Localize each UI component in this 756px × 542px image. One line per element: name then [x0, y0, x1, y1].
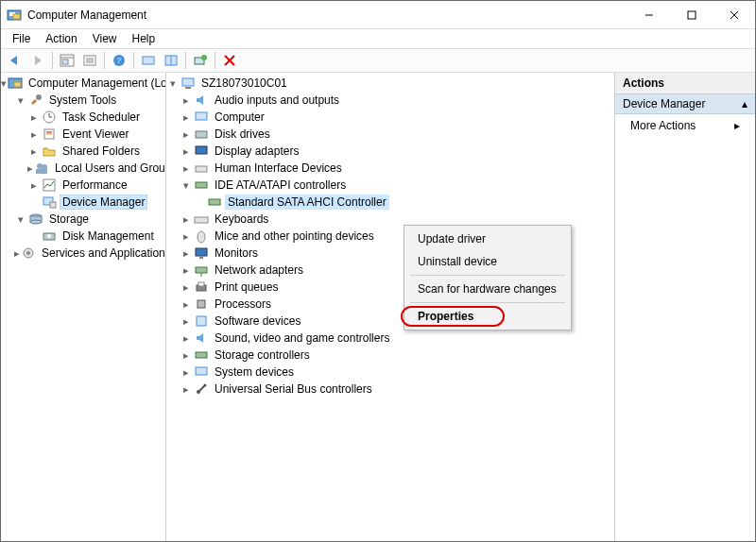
actions-more[interactable]: More Actions ▸	[615, 114, 755, 137]
svg-text:?: ?	[117, 56, 121, 65]
menu-help[interactable]: Help	[125, 30, 163, 47]
device-category-storage-controllers[interactable]: ▸Storage controllers	[166, 347, 614, 364]
expander-icon[interactable]: ▸	[27, 161, 33, 175]
context-menu: Update driver Uninstall device Scan for …	[404, 225, 572, 330]
disk-icon	[42, 229, 57, 244]
expander-icon[interactable]: ▾	[166, 76, 180, 90]
expander-icon[interactable]: ▸	[27, 127, 41, 141]
device-category-hid[interactable]: ▸Human Interface Devices	[166, 160, 614, 177]
expander-icon[interactable]: ▸	[14, 246, 20, 260]
device-root[interactable]: ▾ SZ18073010C01	[166, 75, 614, 92]
expander-icon[interactable]: ▾	[14, 93, 27, 107]
device-category-disk-drives[interactable]: ▸Disk drives	[166, 126, 614, 143]
svg-rect-50	[196, 166, 207, 172]
device-category-display[interactable]: ▸Display adapters	[166, 143, 614, 160]
expander-icon[interactable]: ▾	[180, 178, 193, 192]
tree-item-system-tools[interactable]: ▾ System Tools	[1, 92, 165, 109]
device-category-system[interactable]: ▸System devices	[166, 364, 614, 381]
expander-icon[interactable]: ▸	[180, 110, 193, 124]
expander-icon[interactable]: ▸	[180, 263, 193, 277]
tree-item-performance[interactable]: ▸Performance	[1, 177, 165, 194]
expander-icon[interactable]: ▸	[180, 314, 193, 328]
menu-action[interactable]: Action	[38, 30, 84, 47]
maximize-button[interactable]	[670, 1, 713, 28]
forward-button[interactable]	[27, 50, 48, 71]
tree-label: Disk Management	[60, 229, 157, 244]
svg-point-20	[201, 55, 207, 60]
expander-icon[interactable]: ▸	[180, 229, 193, 243]
svg-rect-53	[195, 217, 208, 223]
menu-file[interactable]: File	[5, 30, 38, 47]
show-hide-tree-button[interactable]	[57, 50, 77, 71]
expander-icon[interactable]: ▸	[27, 178, 41, 192]
expander-icon[interactable]: ▸	[180, 280, 193, 294]
expander-icon[interactable]: ▸	[27, 144, 41, 158]
tree-item-disk-management[interactable]: ▸Disk Management	[1, 228, 165, 245]
tree-label: Task Scheduler	[60, 110, 143, 125]
expander-icon[interactable]: ▸	[180, 331, 193, 345]
tree-item-shared-folders[interactable]: ▸Shared Folders	[1, 143, 165, 160]
performance-icon	[42, 178, 57, 193]
tree-item-root[interactable]: ▾ Computer Management (Local)	[1, 75, 165, 92]
ctx-uninstall-device[interactable]: Uninstall device	[406, 250, 569, 273]
disk-icon	[194, 127, 209, 142]
device-category-sound[interactable]: ▸Sound, video and game controllers	[166, 330, 614, 347]
svg-point-54	[198, 231, 205, 243]
tree-item-storage[interactable]: ▾ Storage	[1, 211, 165, 228]
tree-item-task-scheduler[interactable]: ▸Task Scheduler	[1, 109, 165, 126]
tree-label: Local Users and Groups	[52, 161, 166, 176]
device-category-audio[interactable]: ▸Audio inputs and outputs	[166, 92, 614, 109]
software-icon	[194, 313, 209, 329]
svg-rect-45	[182, 78, 194, 86]
view-devices-by-connection-button[interactable]	[161, 50, 181, 71]
svg-rect-49	[196, 146, 207, 154]
expander-icon[interactable]: ▸	[180, 127, 193, 141]
expander-icon[interactable]: ▸	[180, 93, 193, 107]
device-sata-controller[interactable]: ▸Standard SATA AHCI Controller	[166, 194, 614, 211]
svg-point-44	[26, 251, 30, 255]
uninstall-toolbar-button[interactable]	[219, 50, 240, 71]
expander-icon[interactable]: ▸	[180, 246, 193, 260]
expander-icon[interactable]: ▸	[180, 212, 193, 226]
menu-view[interactable]: View	[85, 30, 125, 47]
svg-point-42	[47, 234, 51, 238]
expander-icon[interactable]: ▾	[14, 212, 27, 226]
usb-icon	[194, 381, 209, 397]
tree-item-local-users[interactable]: ▸Local Users and Groups	[1, 160, 165, 177]
device-category-ide[interactable]: ▾IDE ATA/ATAPI controllers	[166, 177, 614, 194]
window: Computer Management File Action View Hel…	[0, 0, 756, 542]
ctx-update-driver[interactable]: Update driver	[406, 228, 569, 250]
expander-icon[interactable]: ▾	[1, 76, 7, 90]
svg-point-32	[37, 163, 43, 169]
expander-icon[interactable]: ▸	[180, 297, 193, 311]
device-category-usb[interactable]: ▸Universal Serial Bus controllers	[166, 381, 614, 398]
scan-hardware-button[interactable]	[190, 50, 211, 71]
svg-rect-64	[196, 367, 207, 375]
expander-icon[interactable]: ▸	[180, 365, 193, 379]
expander-icon[interactable]: ▸	[180, 348, 193, 362]
device-label: Monitors	[212, 246, 261, 261]
view-devices-by-type-button[interactable]	[138, 50, 159, 71]
expander-icon[interactable]: ▸	[180, 382, 193, 396]
svg-point-25	[36, 94, 42, 100]
svg-rect-4	[688, 11, 696, 19]
toolbar: ?	[1, 48, 755, 73]
close-button[interactable]	[713, 1, 755, 28]
actions-section[interactable]: Device Manager ▴	[615, 94, 755, 114]
expander-icon[interactable]: ▸	[180, 161, 193, 175]
properties-toolbar-button[interactable]	[79, 50, 100, 71]
expander-icon[interactable]: ▸	[180, 144, 193, 158]
expander-icon[interactable]: ▸	[27, 110, 41, 124]
keyboard-icon	[194, 212, 209, 227]
ctx-properties[interactable]: Properties	[406, 305, 569, 328]
help-button[interactable]: ?	[109, 50, 129, 71]
tree-item-device-manager[interactable]: ▸Device Manager	[1, 194, 165, 211]
ctx-scan-hardware[interactable]: Scan for hardware changes	[406, 278, 569, 300]
tree-item-event-viewer[interactable]: ▸Event Viewer	[1, 126, 165, 143]
back-button[interactable]	[5, 50, 26, 71]
device-label: Disk drives	[212, 127, 273, 142]
minimize-button[interactable]	[627, 1, 670, 28]
device-category-computer[interactable]: ▸Computer	[166, 109, 614, 126]
device-label: System devices	[212, 364, 297, 380]
tree-item-services-apps[interactable]: ▸ Services and Applications	[1, 245, 165, 262]
